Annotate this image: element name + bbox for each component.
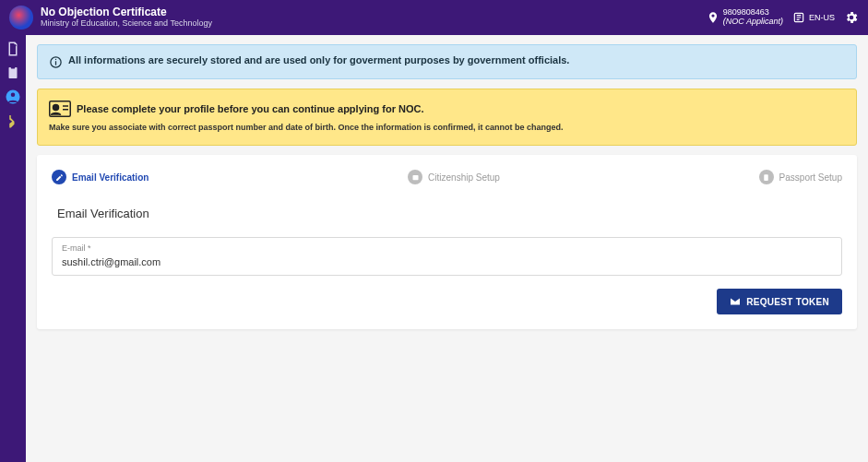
stepper: Email Verification Citizenship Setup Pas…: [52, 170, 842, 184]
info-icon: [49, 55, 63, 69]
warning-title: Please complete your profile before you …: [77, 103, 424, 114]
email-field-wrapper[interactable]: E-mail *: [52, 237, 842, 276]
id-icon: [411, 173, 420, 182]
top-bar: No Objection Certificate Ministry of Edu…: [0, 0, 868, 35]
info-alert: All informations are securely stored and…: [37, 44, 857, 79]
svg-rect-2: [9, 67, 18, 78]
svg-point-5: [11, 93, 16, 98]
step-label: Citizenship Setup: [428, 172, 500, 183]
applicant-badge[interactable]: 9809808463 (NOC Applicant): [707, 8, 783, 27]
step-passport-setup[interactable]: Passport Setup: [759, 170, 842, 184]
mail-icon: [730, 296, 741, 307]
app-subtitle: Ministry of Education, Science and Techn…: [41, 19, 212, 29]
svg-rect-3: [11, 66, 16, 69]
sidebar-track-icon[interactable]: [5, 113, 21, 129]
form-actions: REQUEST TOKEN: [52, 289, 842, 314]
request-token-button[interactable]: REQUEST TOKEN: [717, 289, 842, 314]
sidebar: [0, 35, 26, 462]
app-title: No Objection Certificate: [41, 6, 212, 18]
sidebar-document-icon[interactable]: [5, 41, 21, 57]
applicant-role: (NOC Applicant): [723, 18, 783, 27]
step-label: Passport Setup: [779, 172, 842, 183]
svg-rect-14: [764, 174, 768, 181]
sidebar-user-icon[interactable]: [5, 89, 21, 105]
warning-subtext: Make sure you associate with correct pas…: [49, 123, 845, 132]
step-citizenship-setup[interactable]: Citizenship Setup: [408, 170, 500, 184]
settings-icon[interactable]: [844, 10, 859, 25]
language-label: EN-US: [809, 13, 835, 22]
button-label: REQUEST TOKEN: [746, 297, 829, 307]
svg-point-10: [54, 105, 59, 111]
passport-icon: [762, 173, 770, 182]
svg-point-8: [55, 59, 56, 60]
email-label: E-mail *: [62, 243, 832, 253]
main-content: All informations are securely stored and…: [26, 35, 868, 462]
pencil-icon: [55, 173, 64, 182]
form-card: Email Verification Citizenship Setup Pas…: [37, 155, 857, 329]
warning-alert: Please complete your profile before you …: [37, 89, 857, 146]
info-text: All informations are securely stored and…: [68, 54, 569, 65]
step-email-verification[interactable]: Email Verification: [52, 170, 149, 184]
section-title: Email Verification: [57, 207, 842, 220]
language-switch[interactable]: EN-US: [792, 11, 835, 24]
profile-card-icon: [49, 101, 71, 117]
svg-point-1: [14, 44, 16, 46]
email-input[interactable]: [62, 256, 832, 267]
sidebar-clipboard-icon[interactable]: [5, 65, 21, 81]
svg-rect-13: [412, 174, 418, 179]
topbar-right: 9809808463 (NOC Applicant) EN-US: [707, 8, 859, 27]
language-icon: [792, 11, 805, 24]
step-label: Email Verification: [72, 172, 149, 183]
badge-icon: [707, 11, 719, 24]
brand-block: No Objection Certificate Ministry of Edu…: [41, 6, 212, 28]
emblem-logo: [9, 6, 33, 30]
